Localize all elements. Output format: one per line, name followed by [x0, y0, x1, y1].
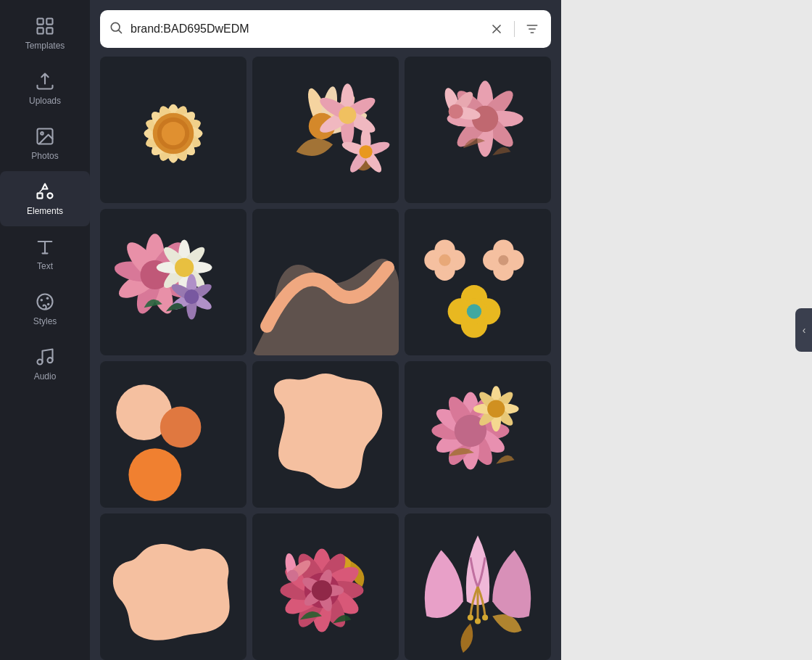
- clear-search-button[interactable]: [486, 19, 507, 39]
- sidebar-item-styles[interactable]: Styles: [0, 281, 90, 337]
- element-cell-4[interactable]: [100, 209, 246, 355]
- svg-point-90: [184, 289, 199, 304]
- svg-point-155: [286, 570, 298, 582]
- svg-point-13: [48, 358, 53, 363]
- sidebar-item-styles-label: Styles: [33, 316, 57, 326]
- element-cell-8[interactable]: [252, 361, 399, 508]
- element-cell-12[interactable]: [405, 513, 551, 660]
- svg-point-152: [312, 580, 332, 601]
- svg-point-7: [48, 193, 53, 198]
- sidebar: Templates Uploads Photos Elements Text: [0, 0, 90, 660]
- sidebar-item-audio[interactable]: Audio: [0, 337, 90, 392]
- elements-grid-scroll[interactable]: [90, 57, 561, 660]
- elements-panel: ‹: [90, 0, 561, 660]
- svg-point-101: [498, 255, 508, 265]
- svg-point-102: [439, 255, 450, 266]
- svg-point-14: [111, 22, 120, 31]
- element-cell-11[interactable]: [252, 513, 399, 660]
- svg-point-111: [128, 448, 181, 501]
- sidebar-item-photos[interactable]: Photos: [0, 116, 90, 171]
- sidebar-item-uploads-label: Uploads: [29, 96, 61, 106]
- sidebar-item-templates-label: Templates: [25, 41, 65, 51]
- svg-point-133: [487, 400, 505, 418]
- elements-grid: [100, 57, 551, 660]
- element-cell-3[interactable]: [405, 57, 551, 203]
- svg-rect-6: [38, 193, 43, 198]
- svg-point-8: [38, 294, 53, 310]
- search-icon: [109, 20, 123, 38]
- element-cell-2[interactable]: [252, 57, 399, 203]
- image-icon: [35, 126, 55, 147]
- text-icon: [35, 236, 55, 257]
- svg-point-33: [162, 122, 185, 145]
- svg-point-10: [46, 297, 49, 300]
- svg-point-9: [41, 299, 44, 302]
- svg-point-11: [47, 303, 50, 306]
- svg-rect-3: [46, 28, 52, 33]
- sidebar-item-elements-label: Elements: [27, 206, 63, 216]
- palette-icon: [35, 292, 55, 312]
- svg-point-110: [160, 407, 202, 448]
- svg-point-156: [468, 614, 473, 620]
- filter-button[interactable]: [522, 19, 542, 39]
- sidebar-item-photos-label: Photos: [31, 151, 58, 161]
- search-bar: [100, 10, 551, 48]
- svg-point-45: [339, 107, 356, 124]
- sidebar-item-text-label: Text: [37, 261, 53, 271]
- shapes-icon: [35, 181, 55, 202]
- sidebar-item-text[interactable]: Text: [0, 226, 90, 281]
- svg-point-108: [467, 304, 481, 318]
- svg-point-158: [482, 614, 488, 620]
- canvas-area: [561, 0, 812, 660]
- music-icon: [35, 347, 55, 367]
- svg-point-157: [475, 618, 481, 624]
- element-cell-1[interactable]: [100, 57, 246, 203]
- search-input[interactable]: [130, 22, 479, 36]
- element-cell-5[interactable]: [252, 209, 399, 355]
- element-cell-7[interactable]: [100, 361, 246, 508]
- svg-rect-1: [46, 19, 52, 25]
- search-divider: [514, 21, 515, 37]
- svg-rect-0: [38, 19, 44, 25]
- element-cell-10[interactable]: [100, 513, 246, 660]
- upload-icon: [35, 71, 55, 91]
- svg-point-64: [449, 104, 463, 119]
- sidebar-item-audio-label: Audio: [34, 371, 57, 381]
- svg-rect-2: [38, 28, 44, 33]
- svg-point-12: [38, 360, 43, 365]
- svg-point-83: [175, 258, 194, 277]
- sidebar-item-elements[interactable]: Elements: [0, 171, 90, 226]
- svg-point-5: [41, 132, 44, 135]
- element-cell-6[interactable]: [405, 209, 551, 355]
- sidebar-item-templates[interactable]: Templates: [0, 6, 90, 61]
- svg-point-51: [359, 145, 372, 158]
- sidebar-item-uploads[interactable]: Uploads: [0, 61, 90, 116]
- grid-icon: [35, 16, 55, 36]
- element-cell-9[interactable]: [405, 361, 551, 508]
